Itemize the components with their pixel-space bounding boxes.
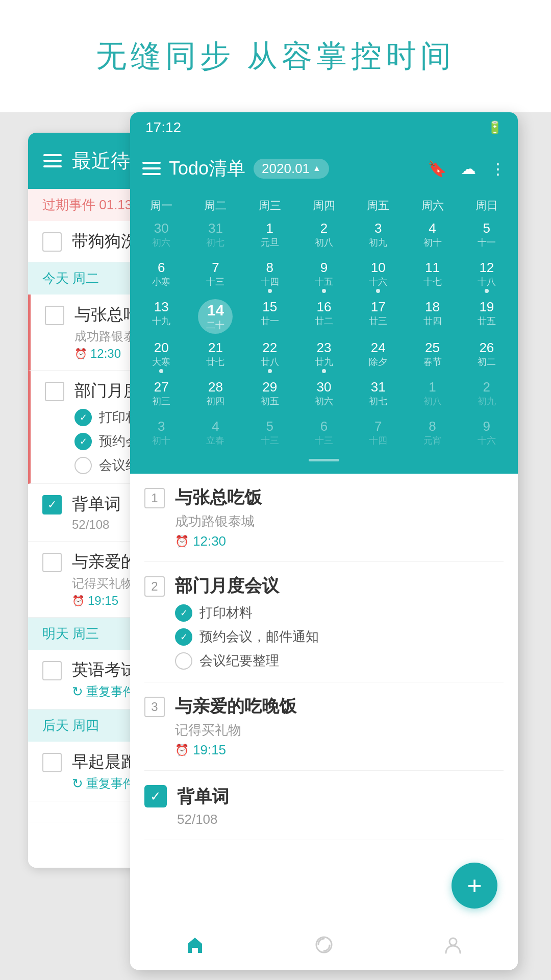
- todo-title: 早起晨跑: [72, 751, 137, 773]
- calendar-cell[interactable]: 30 初六: [297, 376, 351, 415]
- checkbox-checked[interactable]: [42, 495, 62, 514]
- bookmark-icon[interactable]: 🔖: [428, 160, 446, 178]
- status-time: 17:12: [145, 119, 181, 136]
- item-time: 19:15: [175, 742, 504, 758]
- todo-title: 英语考试: [72, 659, 137, 681]
- calendar-cell[interactable]: 4 立春: [188, 415, 242, 455]
- repeat-label: 重复事件: [72, 775, 137, 792]
- checkbox[interactable]: [42, 753, 62, 772]
- list-item[interactable]: 2 部门月度会议 打印材料 预约会议，邮件通知 会议纪要整理: [144, 562, 504, 682]
- calendar-cell[interactable]: 6 小寒: [134, 257, 188, 296]
- calendar-cell[interactable]: 31 初七: [188, 217, 242, 257]
- calendar-cell[interactable]: 17 廿三: [351, 296, 405, 337]
- todo-title: 背单词: [72, 493, 121, 516]
- checkbox[interactable]: [45, 306, 64, 325]
- item-number: 1: [144, 488, 165, 508]
- calendar-cell[interactable]: 8 元宵: [405, 415, 459, 455]
- calendar-cell[interactable]: 10 十六: [351, 257, 405, 296]
- calendar-cell[interactable]: 14 二十: [188, 296, 242, 337]
- svg-point-1: [449, 938, 457, 945]
- item-title: 背单词: [177, 785, 504, 808]
- main-area: 最近待办 过期事件 01.13 带狗狗洗澡 今天 周二 与张总吃饭 成功路银泰城…: [0, 112, 551, 980]
- calendar-cell[interactable]: 19 廿五: [460, 296, 514, 337]
- big-checkbox-checked[interactable]: [144, 785, 167, 807]
- todo-sub: 52/108: [72, 518, 121, 532]
- calendar-cell[interactable]: 13 十九: [134, 296, 188, 337]
- battery-icon: 🔋: [487, 120, 503, 135]
- header-icons: 🔖 ☁ ⋮: [428, 160, 506, 178]
- item-title: 与张总吃饭: [175, 486, 504, 509]
- subtask-check[interactable]: [74, 409, 92, 426]
- more-icon[interactable]: ⋮: [490, 160, 506, 178]
- calendar-cell[interactable]: 15 廿一: [243, 296, 297, 337]
- calendar-cell[interactable]: 9 十五: [297, 257, 351, 296]
- item-sub: 记得买礼物: [175, 721, 504, 739]
- nav-user-icon[interactable]: [443, 935, 463, 955]
- calendar-cell[interactable]: 27 初三: [134, 376, 188, 415]
- calendar-cell[interactable]: 1 初八: [405, 376, 459, 415]
- bottom-nav: [130, 919, 518, 970]
- checkbox[interactable]: [42, 553, 62, 572]
- checkbox[interactable]: [45, 382, 64, 401]
- calendar-cell[interactable]: 2 初八: [297, 217, 351, 257]
- item-sub: 52/108: [177, 812, 504, 827]
- subtask-check-done[interactable]: [175, 628, 192, 646]
- checkbox[interactable]: [42, 232, 62, 252]
- calendar-cell[interactable]: 9 十六: [460, 415, 514, 455]
- subtask-check[interactable]: [74, 433, 92, 450]
- calendar-cell[interactable]: 30 初六: [134, 217, 188, 257]
- item-number: 2: [144, 576, 165, 597]
- calendar-cell[interactable]: 16 廿二: [297, 296, 351, 337]
- calendar-cell[interactable]: 20 大寒: [134, 337, 188, 376]
- calendar-cell[interactable]: 6 十三: [297, 415, 351, 455]
- calendar-cell[interactable]: 25 春节: [405, 337, 459, 376]
- repeat-label: 重复事件: [72, 683, 137, 700]
- calendar-cell[interactable]: 21 廿七: [188, 337, 242, 376]
- subtask-check[interactable]: [175, 652, 192, 670]
- nav-sync-icon[interactable]: [314, 935, 334, 955]
- calendar-cell[interactable]: 3 初十: [134, 415, 188, 455]
- nav-home-icon[interactable]: [185, 935, 205, 955]
- list-item[interactable]: 3 与亲爱的吃晚饭 记得买礼物 19:15: [144, 682, 504, 771]
- calendar-cell[interactable]: 7 十三: [188, 257, 242, 296]
- front-hamburger-icon[interactable]: [142, 162, 161, 175]
- item-title: 部门月度会议: [175, 574, 504, 598]
- calendar-cell[interactable]: 11 十七: [405, 257, 459, 296]
- calendar-cell[interactable]: 28 初四: [188, 376, 242, 415]
- calendar-cell[interactable]: 7 十四: [351, 415, 405, 455]
- cloud-sync-icon[interactable]: ☁: [461, 160, 476, 178]
- calendar-cell[interactable]: 1 元旦: [243, 217, 297, 257]
- list-item[interactable]: 背单词 52/108: [144, 771, 504, 840]
- calendar-cell[interactable]: 5 十三: [243, 415, 297, 455]
- drag-handle[interactable]: [130, 455, 518, 465]
- calendar-cell[interactable]: 22 廿八: [243, 337, 297, 376]
- calendar-cell[interactable]: 3 初九: [351, 217, 405, 257]
- calendar-cell[interactable]: 31 初七: [351, 376, 405, 415]
- front-header: Todo清单 2020.01 🔖 ☁ ⋮: [130, 143, 518, 194]
- list-item[interactable]: 1 与张总吃饭 成功路银泰城 12:30: [144, 474, 504, 562]
- item-sub: 成功路银泰城: [175, 512, 504, 530]
- add-button[interactable]: +: [452, 863, 497, 909]
- calendar-cell[interactable]: 23 廿九: [297, 337, 351, 376]
- subtask-check[interactable]: [74, 457, 92, 474]
- month-badge[interactable]: 2020.01: [254, 159, 329, 179]
- subtask-check-done[interactable]: [175, 604, 192, 622]
- calendar-cell[interactable]: 12 十八: [460, 257, 514, 296]
- checkbox[interactable]: [42, 661, 62, 680]
- calendar-cell[interactable]: 5 十一: [460, 217, 514, 257]
- calendar-cell[interactable]: 2 初九: [460, 376, 514, 415]
- hamburger-icon[interactable]: [43, 154, 62, 167]
- calendar-cell[interactable]: 26 初二: [460, 337, 514, 376]
- calendar-cell[interactable]: 24 除夕: [351, 337, 405, 376]
- calendar: 周一 周二 周三 周四 周五 周六 周日 30 初六 31 初七 1 元旦 2 …: [130, 194, 518, 474]
- front-title: Todo清单: [169, 156, 245, 181]
- item-time: 12:30: [175, 533, 504, 549]
- calendar-weekdays: 周一 周二 周三 周四 周五 周六 周日: [130, 194, 518, 217]
- item-title: 与亲爱的吃晚饭: [175, 695, 504, 718]
- calendar-cell[interactable]: 8 十四: [243, 257, 297, 296]
- calendar-cell[interactable]: 18 廿四: [405, 296, 459, 337]
- calendar-grid: 30 初六 31 初七 1 元旦 2 初八 3 初九 4 初十 5 十一 6 小…: [130, 217, 518, 455]
- calendar-cell[interactable]: 4 初十: [405, 217, 459, 257]
- subtask: 预约会议，邮件通知: [175, 628, 504, 646]
- calendar-cell[interactable]: 29 初五: [243, 376, 297, 415]
